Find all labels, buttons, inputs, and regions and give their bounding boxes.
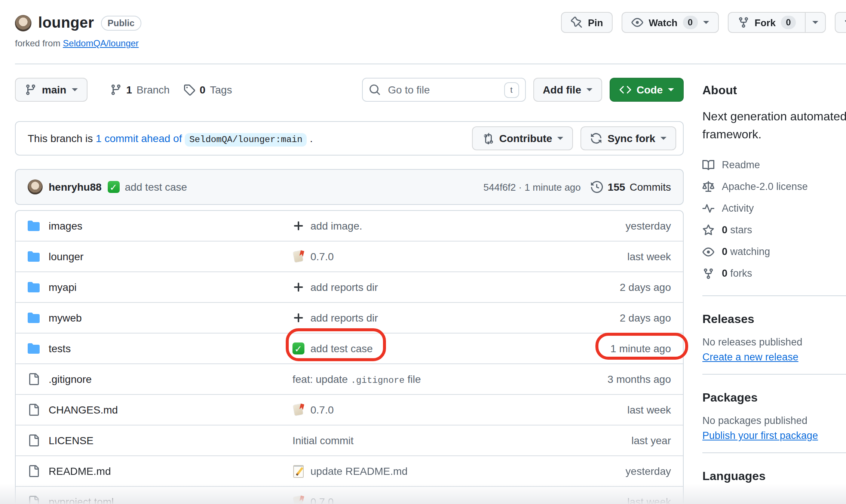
watch-button-label: Watch	[649, 17, 677, 28]
about-detail-list: Readme Apache-2.0 license Activity 0 sta…	[702, 154, 846, 284]
row-commit-message-link[interactable]: add reports dir	[292, 312, 544, 324]
tags-link[interactable]: 0 Tags	[183, 84, 232, 96]
create-release-link[interactable]: Create a new release	[702, 351, 799, 363]
row-commit-message-link[interactable]: 0.7.0	[292, 251, 544, 262]
commit-author-avatar[interactable]	[28, 179, 43, 194]
sidebar-item-stars[interactable]: 0 stars	[702, 219, 846, 241]
sidebar: About Next generation automated testing …	[702, 84, 846, 494]
star-button[interactable]	[835, 12, 846, 33]
languages-heading: Languages	[702, 470, 846, 483]
contribute-button[interactable]: Contribute	[472, 126, 573, 150]
file-name-link[interactable]: .gitignore	[49, 373, 92, 385]
file-name-link[interactable]: myapi	[49, 281, 77, 293]
packages-heading: Packages	[702, 391, 846, 405]
file-icon	[28, 404, 40, 416]
releases-heading: Releases	[702, 313, 846, 326]
commits-count-label: Commits	[630, 181, 671, 193]
watch-count: 0	[683, 16, 698, 29]
sync-fork-button[interactable]: Sync fork	[580, 126, 676, 150]
row-commit-message: 0.7.0	[310, 404, 334, 416]
repo-title[interactable]: lounger	[38, 14, 94, 31]
repo-action-buttons: Pin Watch 0 Fork 0	[561, 12, 846, 33]
row-commit-date: yesterday	[544, 220, 671, 232]
row-commit-message-link[interactable]: 0.7.0	[292, 404, 544, 416]
latest-commit-message-link[interactable]: add test case	[108, 181, 187, 193]
contribute-label: Contribute	[499, 132, 552, 144]
dot-separator: ·	[519, 181, 522, 193]
status-suffix: .	[310, 132, 313, 144]
row-commit-message-link[interactable]: add test case	[292, 342, 544, 354]
commit-time: 1 minute ago	[524, 181, 580, 193]
sidebar-item-readme[interactable]: Readme	[702, 154, 846, 176]
folder-icon	[28, 220, 40, 232]
repo-forked-icon	[738, 16, 750, 28]
plus-emoji-icon	[292, 312, 304, 324]
plus-emoji-icon	[292, 281, 304, 293]
file-name-link[interactable]: README.md	[49, 465, 111, 477]
folder-icon	[28, 251, 40, 262]
row-commit-date: last week	[544, 496, 671, 504]
latest-commit-message: add test case	[125, 181, 187, 193]
commit-sha[interactable]: 544f6f2	[484, 181, 516, 193]
row-commit-message-link[interactable]: update README.md	[292, 465, 544, 477]
watch-button[interactable]: Watch 0	[622, 12, 718, 33]
file-icon	[28, 465, 40, 477]
file-table-row: .gitignore feat: update .gitignore file …	[16, 363, 683, 394]
branch-selector-button[interactable]: main	[15, 78, 87, 102]
forked-from-link[interactable]: SeldomQA/lounger	[63, 38, 139, 49]
branches-count: 1	[126, 84, 132, 96]
branch-status-text: This branch is 1 commit ahead of SeldomQ…	[28, 132, 313, 145]
row-commit-date: 3 months ago	[544, 373, 671, 385]
go-to-file-input[interactable]	[386, 83, 498, 96]
row-commit-message: add reports dir	[310, 312, 378, 324]
file-table-row: myweb add reports dir 2 days ago	[16, 302, 683, 333]
commit-sha-and-time[interactable]: 544f6f2 · 1 minute ago	[484, 181, 581, 193]
file-table-row: README.md update README.md yesterday	[16, 455, 683, 486]
releases-section: Releases No releases published Create a …	[702, 313, 846, 363]
code-button-label: Code	[637, 84, 663, 96]
pin-button[interactable]: Pin	[561, 12, 613, 33]
code-button[interactable]: Code	[610, 78, 684, 102]
row-commit-message-link[interactable]: add reports dir	[292, 281, 544, 293]
row-commit-date: 2 days ago	[544, 281, 671, 293]
row-commit-message-link[interactable]: add image.	[292, 220, 544, 232]
row-commit-date: last week	[544, 404, 671, 416]
repo-owner-avatar[interactable]	[15, 15, 31, 31]
about-heading: About	[702, 84, 846, 97]
packages-empty-text: No packages published	[702, 415, 846, 426]
publish-package-link[interactable]: Publish your first package	[702, 430, 818, 441]
sidebar-item-watching[interactable]: 0 watching	[702, 241, 846, 262]
file-name-link[interactable]: myweb	[49, 312, 82, 324]
search-icon	[368, 84, 380, 96]
file-name-link[interactable]: lounger	[49, 251, 83, 262]
fork-button[interactable]: Fork 0	[728, 12, 806, 33]
file-name-link[interactable]: images	[49, 220, 82, 232]
row-commit-message-link[interactable]: 0.7.0	[292, 496, 544, 504]
add-file-button[interactable]: Add file	[533, 78, 602, 102]
commit-history-link[interactable]: 155 Commits	[591, 181, 671, 193]
row-commit-message: add test case	[310, 342, 373, 354]
commit-author-link[interactable]: henryhu88	[49, 181, 102, 193]
fork-dropdown-button[interactable]	[805, 12, 826, 33]
row-commit-message: Initial commit	[292, 434, 353, 446]
row-commit-message-link[interactable]: Initial commit	[292, 434, 544, 446]
sidebar-item-forks[interactable]: 0 forks	[702, 262, 846, 284]
sidebar-item-activity[interactable]: Activity	[702, 197, 846, 219]
file-name-link[interactable]: LICENSE	[49, 434, 94, 446]
file-name-link[interactable]: CHANGES.md	[49, 404, 118, 416]
row-commit-date: yesterday	[544, 465, 671, 477]
file-name-link[interactable]: tests	[49, 342, 71, 354]
branches-link[interactable]: 1 Branch	[110, 84, 169, 96]
tags-count: 0	[200, 84, 206, 96]
row-commit-date: 2 days ago	[544, 312, 671, 324]
sidebar-divider	[702, 295, 846, 296]
file-name-link[interactable]: pyproject.toml	[49, 496, 114, 504]
sync-icon	[590, 132, 602, 144]
bookmark-emoji-icon	[292, 251, 304, 262]
row-commit-message-link[interactable]: feat: update .gitignore file	[292, 373, 544, 385]
file-table-body: images add image. yesterday lounger 0.7.…	[16, 211, 683, 504]
git-branch-icon	[25, 84, 37, 96]
sidebar-item-license[interactable]: Apache-2.0 license	[702, 176, 846, 197]
pin-button-label: Pin	[588, 17, 603, 28]
ahead-commits-link[interactable]: 1 commit ahead of	[96, 132, 182, 144]
